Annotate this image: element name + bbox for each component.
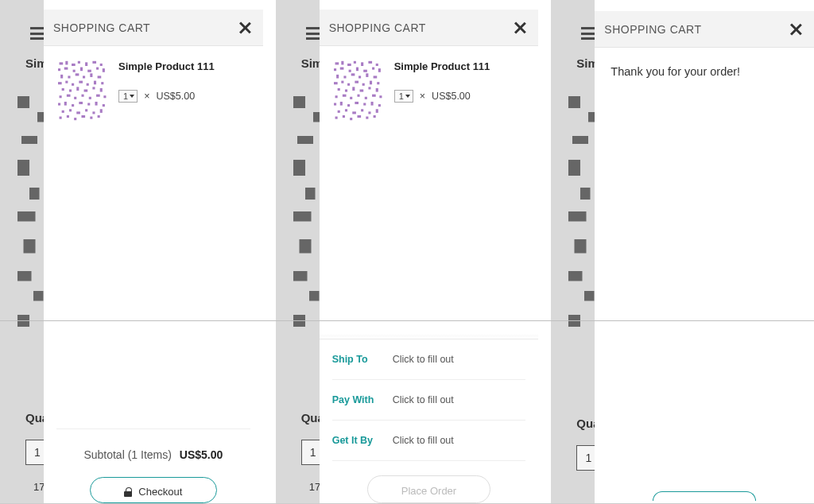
close-icon[interactable] <box>513 21 527 35</box>
lock-icon <box>124 487 132 497</box>
svg-rect-60 <box>85 109 87 111</box>
close-icon[interactable] <box>789 22 803 37</box>
svg-rect-105 <box>377 82 379 84</box>
svg-rect-23 <box>103 68 105 72</box>
svg-rect-96 <box>359 76 361 78</box>
backdrop: Sim Qua 1 <box>551 0 595 503</box>
svg-rect-41 <box>92 87 95 89</box>
svg-rect-34 <box>87 83 89 86</box>
svg-rect-109 <box>359 89 363 91</box>
bg-qty-label: Qua <box>25 411 44 425</box>
get-it-by-row[interactable]: Get It By Click to fill out <box>332 421 526 461</box>
svg-rect-33 <box>79 81 83 83</box>
svg-rect-19 <box>73 70 76 72</box>
svg-rect-6 <box>24 239 36 254</box>
svg-rect-52 <box>72 104 74 107</box>
svg-rect-128 <box>352 111 356 114</box>
chevron-down-icon <box>405 95 410 98</box>
bg-qty-input[interactable]: 1 <box>576 445 595 471</box>
svg-rect-14 <box>85 62 87 66</box>
continue-button[interactable] <box>653 491 756 501</box>
svg-rect-123 <box>363 103 366 106</box>
qty-select[interactable]: 1 <box>394 90 413 103</box>
qty-select[interactable]: 1 <box>118 90 138 103</box>
checkout-button[interactable]: Checkout <box>90 477 217 503</box>
bg-product-title: Sim <box>576 56 595 70</box>
bg-qty-input[interactable]: 1 <box>25 440 44 465</box>
svg-rect-131 <box>375 109 378 113</box>
svg-rect-115 <box>357 95 359 97</box>
product-name[interactable]: Simple Product 111 <box>394 60 526 72</box>
svg-rect-2 <box>21 136 37 144</box>
svg-rect-5 <box>17 211 36 222</box>
svg-rect-111 <box>375 88 378 92</box>
svg-rect-141 <box>568 160 580 176</box>
close-icon[interactable] <box>238 21 252 35</box>
svg-rect-13 <box>78 61 80 64</box>
svg-rect-17 <box>58 68 60 71</box>
svg-rect-73 <box>305 188 316 200</box>
svg-rect-11 <box>65 61 68 65</box>
svg-rect-144 <box>575 239 587 254</box>
subtotal-amount: US$5.00 <box>180 448 223 461</box>
hamburger-icon[interactable] <box>581 27 595 40</box>
product-thumbnail[interactable] <box>58 60 107 121</box>
svg-rect-32 <box>72 83 74 86</box>
svg-rect-74 <box>293 211 312 222</box>
svg-rect-7 <box>17 271 32 281</box>
svg-rect-121 <box>347 104 350 107</box>
ship-to-row[interactable]: Ship To Click to fill out <box>332 339 526 380</box>
svg-rect-126 <box>337 110 339 113</box>
svg-rect-139 <box>588 112 595 122</box>
svg-rect-8 <box>33 291 44 301</box>
svg-rect-82 <box>353 61 355 64</box>
svg-rect-93 <box>336 75 339 79</box>
svg-rect-63 <box>60 117 62 119</box>
svg-rect-146 <box>584 291 595 301</box>
svg-rect-16 <box>100 64 103 66</box>
svg-rect-76 <box>293 271 308 281</box>
svg-rect-4 <box>29 188 40 200</box>
screenshots-row: Sim Qua 1 17 <box>0 0 814 504</box>
svg-rect-92 <box>378 68 380 72</box>
svg-rect-0 <box>17 96 29 108</box>
cart-drawer: SHOPPING CART Thank you for your order! <box>595 11 814 503</box>
svg-rect-143 <box>568 211 587 222</box>
svg-rect-18 <box>64 68 68 70</box>
product-name[interactable]: Simple Product 111 <box>118 60 250 72</box>
svg-rect-112 <box>335 95 337 98</box>
svg-rect-132 <box>335 117 337 119</box>
bg-qty-input[interactable]: 1 <box>301 440 320 465</box>
svg-rect-12 <box>72 64 76 66</box>
bg-qty-label: Qua <box>576 417 595 430</box>
panel-thankyou: Sim Qua 1 SHOPPING CART <box>551 0 814 503</box>
bg-product-title: Sim <box>301 56 320 70</box>
svg-rect-50 <box>58 103 60 106</box>
svg-rect-62 <box>100 109 103 113</box>
svg-rect-120 <box>339 102 342 106</box>
svg-rect-87 <box>339 68 343 70</box>
svg-rect-104 <box>370 81 372 85</box>
hamburger-icon[interactable] <box>306 27 320 40</box>
svg-rect-106 <box>337 88 339 91</box>
product-thumbnail[interactable] <box>334 60 383 121</box>
svg-rect-35 <box>94 81 96 85</box>
drawer-title: SHOPPING CART <box>604 23 701 36</box>
svg-rect-68 <box>98 115 100 118</box>
svg-rect-88 <box>348 70 351 72</box>
subtotal-block: Subtotal (1 Items) US$5.00 Checkout <box>44 419 263 503</box>
svg-rect-61 <box>92 111 95 114</box>
svg-rect-51 <box>64 102 67 106</box>
svg-rect-15 <box>92 61 96 64</box>
svg-rect-71 <box>297 136 313 144</box>
subtotal-label: Subtotal (1 Items) <box>83 448 172 461</box>
svg-rect-134 <box>350 118 352 120</box>
svg-rect-67 <box>90 117 92 119</box>
hamburger-icon[interactable] <box>30 27 44 40</box>
svg-rect-28 <box>90 73 92 77</box>
bg-product-image <box>293 80 320 382</box>
svg-rect-130 <box>368 111 370 114</box>
svg-rect-30 <box>58 82 62 84</box>
place-order-button[interactable]: Place Order <box>367 475 490 503</box>
pay-with-row[interactable]: Pay With Click to fill out <box>332 380 526 421</box>
